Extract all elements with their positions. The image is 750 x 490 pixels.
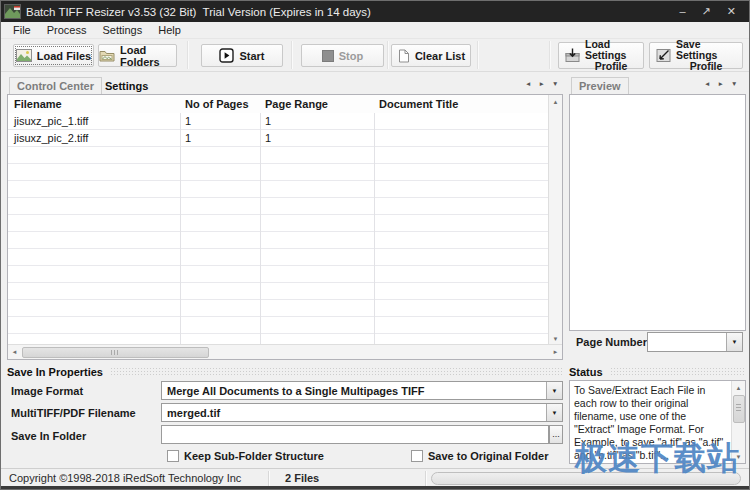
toolbar-separator [477,41,478,69]
tab-next-icon[interactable]: ► [717,80,723,87]
statusbar-divider [268,471,269,487]
scrollbar-thumb[interactable] [733,395,745,423]
tab-dropdown-icon[interactable]: ▼ [552,80,558,87]
save-in-folder-input[interactable] [161,425,549,444]
browse-folder-button[interactable]: ... [549,425,563,444]
combo-arrow-icon[interactable]: ▼ [546,382,562,399]
cell-no-of-pages: 1 [185,130,191,147]
table-header-row: Filename No of Pages Page Range Document… [8,95,562,114]
multitiff-filename-label: MultiTIFF/PDF Filename [11,407,136,419]
combo-arrow-icon[interactable]: ▼ [726,333,742,351]
cell-filename: jisuxz_pic_2.tiff [14,130,88,147]
column-divider [180,113,181,345]
save-in-properties-title: Save In Properties [7,366,103,378]
stop-button[interactable]: Stop [301,44,384,67]
page-number-value [648,333,726,351]
save-settings-profile-label-2: Profile [690,61,723,72]
section-pattern [110,367,563,376]
tab-next-icon[interactable]: ► [538,80,544,87]
cell-page-range: 1 [265,113,271,130]
maximize-button[interactable]: ↗ [702,5,711,18]
watermark-text: 极速下载站 [575,441,740,476]
image-format-label: Image Format [11,385,83,397]
menu-bar: File Process Settings Help [1,22,749,39]
window-title: Batch TIFF Resizer v3.53 (32 Bit) Trial … [26,6,371,18]
keep-subfolder-label: Keep Sub-Folder Structure [184,450,324,462]
scroll-up-icon[interactable]: ▲ [549,95,562,108]
menu-file[interactable]: File [5,23,39,37]
keep-subfolder-checkbox[interactable] [167,450,179,462]
left-tabnav: ◄ ► ▼ [525,80,558,87]
col-header-no-of-pages[interactable]: No of Pages [185,95,249,113]
cell-filename: jisuxz_pic_1.tiff [14,113,88,130]
menu-settings[interactable]: Settings [94,23,150,37]
tab-prev-icon[interactable]: ◄ [704,80,710,87]
menu-process[interactable]: Process [39,23,95,37]
start-label: Start [239,50,264,62]
save-original-checkbox[interactable] [411,450,423,462]
col-header-page-range[interactable]: Page Range [265,95,328,113]
column-divider [374,113,375,345]
load-files-button[interactable]: Load Files [13,44,94,67]
toolbar: Load Files Load Folders Start [1,39,749,72]
save-settings-profile-icon [656,48,671,63]
preview-tabnav: ◄ ► ▼ [704,80,737,87]
tab-dropdown-icon[interactable]: ▼ [731,80,737,87]
section-pattern [610,367,746,376]
table-row[interactable]: jisuxz_pic_2.tiff 1 1 [8,130,549,147]
image-format-value: Merge All Documents to a Single Multipag… [162,382,546,399]
save-in-properties-section: Save In Properties [7,365,563,378]
clear-list-label: Clear List [415,50,465,62]
scroll-right-icon[interactable]: ► [549,345,562,358]
scrollbar-grip [736,404,741,413]
table-body: jisuxz_pic_1.tiff 1 1 jisuxz_pic_2.tiff … [8,113,549,345]
scroll-left-icon[interactable]: ◄ [8,345,21,358]
preview-panel [569,94,746,331]
cell-page-range: 1 [265,130,271,147]
scrollbar-grip [111,350,120,355]
col-header-filename[interactable]: Filename [14,95,62,113]
column-divider [260,113,261,345]
start-icon [219,48,234,63]
start-button[interactable]: Start [201,44,283,67]
table-vertical-scrollbar[interactable]: ▲ ▼ [548,95,562,345]
save-in-folder-label: Save In Folder [11,430,86,442]
app-icon [4,4,21,19]
multitiff-filename-combobox[interactable]: merged.tif ▼ [161,403,563,422]
save-settings-profile-button[interactable]: Save Settings Profile [649,42,743,69]
save-settings-profile-label-1: Save Settings [676,39,736,61]
tab-preview[interactable]: Preview [571,77,629,95]
load-folders-button[interactable]: Load Folders [98,44,177,67]
app-window: Batch TIFF Resizer v3.53 (32 Bit) Trial … [0,0,750,490]
load-files-icon [16,49,32,62]
image-format-combobox[interactable]: Merge All Documents to a Single Multipag… [161,381,563,400]
tab-settings[interactable]: Settings [105,78,148,94]
toolbar-separator [549,41,550,69]
toolbar-separator [291,41,292,69]
clear-list-button[interactable]: Clear List [391,44,471,67]
load-folders-label: Load Folders [120,44,176,68]
load-settings-profile-button[interactable]: Load Settings Profile [558,42,644,69]
table-horizontal-scrollbar[interactable]: ◄ ► [8,344,562,359]
statusbar-divider [425,471,426,487]
load-settings-profile-icon [565,48,580,63]
page-number-combobox[interactable]: ▼ [647,332,743,352]
load-folders-icon [99,49,115,62]
close-button[interactable]: ✕ [727,5,736,18]
scroll-up-icon[interactable]: ▲ [732,381,745,394]
menu-help[interactable]: Help [150,23,189,37]
window-bottom-edge [1,486,749,489]
page-number-label: Page Number [576,336,647,348]
status-section: Status [569,365,746,378]
minimize-button[interactable]: – [679,5,685,18]
title-bar: Batch TIFF Resizer v3.53 (32 Bit) Trial … [1,1,749,22]
tab-control-center[interactable]: Control Center [9,77,102,95]
tab-prev-icon[interactable]: ◄ [525,80,531,87]
table-row[interactable]: jisuxz_pic_1.tiff 1 1 [8,113,549,130]
scrollbar-thumb[interactable] [22,347,209,358]
combo-arrow-icon[interactable]: ▼ [546,404,562,421]
stop-label: Stop [339,50,363,62]
load-settings-profile-label-1: Load Settings [585,39,637,61]
col-header-document-title[interactable]: Document Title [379,95,458,113]
toolbar-separator [187,41,188,69]
